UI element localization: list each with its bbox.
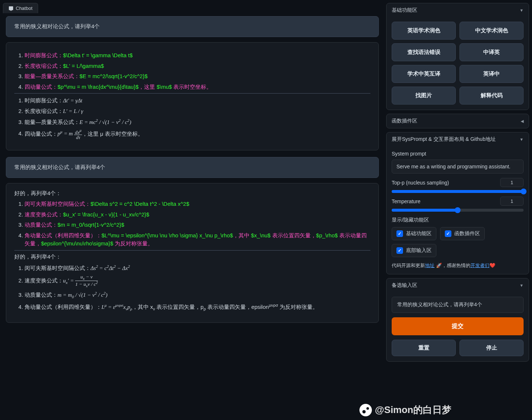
bot-message: 好的，再列举4个： 闵可夫斯基时空间隔公式：$\Delta s^2 = c^2 … xyxy=(6,183,379,323)
heart-icon: ❤️ xyxy=(489,263,495,268)
divider xyxy=(14,93,370,94)
chevron-down-icon: ▼ xyxy=(520,283,524,288)
bot-message: 时间膨胀公式：$\Delta t' = \gamma \Delta t$ 长度收… xyxy=(6,42,379,150)
footer-text: 代码开源和更新地址 🚀，感谢热情的开发者们❤️ xyxy=(392,262,524,269)
panel-input: 备选输入区 ▼ 常用的狭义相对论公式，请再列举4个 提交 重置 停止 xyxy=(386,278,529,362)
fn-button[interactable]: 中文学术润色 xyxy=(459,22,524,40)
list-item: 闵可夫斯基时空间隔公式：Δs2 = c2Δt2 − Δx2 xyxy=(25,263,370,273)
panel-basic-header[interactable]: 基础功能区 ▼ xyxy=(387,3,529,17)
submit-button[interactable]: 提交 xyxy=(392,317,524,335)
bot-raw-list: 时间膨胀公式：$\Delta t' = \gamma \Delta t$ 长度收… xyxy=(14,51,370,91)
bot-intro: 好的，再列举4个： xyxy=(14,253,370,260)
list-item: 四动量公式：$p^\mu = m \frac{dx^\mu}{d\tau}$，这… xyxy=(25,83,370,91)
list-item: 动质量公式：m = m0 / √(1 − v2 / c2) xyxy=(25,290,370,300)
list-item: 长度收缩公式：$L' = L/\gamma$ xyxy=(25,62,370,70)
chevron-down-icon: ▼ xyxy=(520,137,524,142)
checkbox-input[interactable]: ✓底部输入区 xyxy=(392,244,436,257)
chat-panel: Chatbot 常用的狭义相对论公式，请列举4个 时间膨胀公式：$\Delta … xyxy=(3,3,382,417)
panel-plugins-header[interactable]: 函数插件区 ◀ xyxy=(387,114,529,128)
list-item: 角动量公式（利用四维矢量）：Lμ = εμνρσxνpρ，其中 xν 表示位置四… xyxy=(25,302,370,312)
system-prompt-label: System prompt xyxy=(392,151,524,157)
top-p-slider[interactable] xyxy=(392,190,524,193)
visibility-label: 显示/隐藏功能区 xyxy=(392,217,524,223)
fn-button[interactable]: 中译英 xyxy=(459,43,524,61)
checkbox-basic[interactable]: ✓基础功能区 xyxy=(392,227,436,240)
list-item: 长度收缩公式：L′ = L / γ xyxy=(25,107,370,116)
panel-title: 函数插件区 xyxy=(392,118,417,124)
list-item: 能量—质量关系公式：E = mc2 / √(1 − v2 / c2) xyxy=(25,117,370,127)
chevron-left-icon: ◀ xyxy=(521,119,524,124)
fn-button[interactable]: 解释代码 xyxy=(459,87,524,105)
list-item: 时间膨胀公式：$\Delta t' = \gamma \Delta t$ xyxy=(25,51,370,60)
chat-icon xyxy=(8,6,14,11)
checkbox-plugins[interactable]: ✓函数插件区 xyxy=(440,227,485,240)
tab-chatbot[interactable]: Chatbot xyxy=(3,3,38,13)
fn-button[interactable]: 学术中英互译 xyxy=(392,65,456,83)
tab-bar: Chatbot xyxy=(3,3,382,13)
user-message: 常用的狭义相对论公式，请再列举4个 xyxy=(6,157,379,178)
bot-rendered-list: 时间膨胀公式：Δt′ = γΔt 长度收缩公式：L′ = L / γ 能量—质量… xyxy=(14,96,370,140)
panel-title: 展开SysPrompt & 交互界面布局 & Github地址 xyxy=(392,136,496,143)
system-prompt-input[interactable]: Serve me as a writing and programming as… xyxy=(392,160,524,174)
panel-expand: 展开SysPrompt & 交互界面布局 & Github地址 ▼ System… xyxy=(386,132,529,274)
bot-raw-list: 闵可夫斯基时空间隔公式：$\Delta s^2 = c^2 \Delta t^2… xyxy=(14,200,370,248)
list-item: 速度变换公式：ux′ = ux − v1 − uxv / c2 xyxy=(25,274,370,288)
divider xyxy=(14,250,370,251)
list-item: 时间膨胀公式：Δt′ = γΔt xyxy=(25,96,370,105)
bot-intro: 好的，再列举4个： xyxy=(14,190,370,197)
temperature-value[interactable]: 1 xyxy=(500,197,524,206)
bot-rendered-list: 闵可夫斯基时空间隔公式：Δs2 = c2Δt2 − Δx2 速度变换公式：ux′… xyxy=(14,263,370,312)
panel-plugins: 函数插件区 ◀ xyxy=(386,114,529,128)
panel-expand-header[interactable]: 展开SysPrompt & 交互界面布局 & Github地址 ▼ xyxy=(387,132,529,146)
prompt-input[interactable]: 常用的狭义相对论公式，请再列举4个 xyxy=(392,297,524,313)
temperature-slider[interactable] xyxy=(392,209,524,212)
panel-input-header[interactable]: 备选输入区 ▼ xyxy=(387,278,529,292)
fn-button[interactable]: 英译中 xyxy=(459,65,524,83)
fn-button[interactable]: 找图片 xyxy=(392,87,456,105)
reset-button[interactable]: 重置 xyxy=(392,340,456,356)
repo-link[interactable]: 地址 xyxy=(425,263,435,268)
sidebar: 基础功能区 ▼ 英语学术润色 中文学术润色 查找语法错误 中译英 学术中英互译 … xyxy=(386,3,529,417)
panel-title: 基础功能区 xyxy=(392,7,417,14)
contributors-link[interactable]: 开发者们 xyxy=(470,263,489,268)
temperature-label: Temperature xyxy=(392,198,421,204)
stop-button[interactable]: 停止 xyxy=(459,340,524,356)
check-icon: ✓ xyxy=(396,230,403,237)
top-p-label: Top-p (nucleus sampling) xyxy=(392,180,449,186)
list-item: 四动量公式：pμ = m dxμdτ，这里 μ 表示时空坐标。 xyxy=(25,129,370,140)
fn-button[interactable]: 查找语法错误 xyxy=(392,43,456,61)
check-icon: ✓ xyxy=(396,247,403,254)
list-item: 动质量公式：$m = m_0/\sqrt{1-v^2/c^2}$ xyxy=(25,221,370,229)
user-message-text: 常用的狭义相对论公式，请列举4个 xyxy=(14,23,100,29)
panel-title: 备选输入区 xyxy=(392,282,417,289)
fn-button[interactable]: 英语学术润色 xyxy=(392,22,456,40)
top-p-value[interactable]: 1 xyxy=(500,178,524,187)
list-item: 速度变换公式：$u_x' = \frac{u_x - v}{1 - u_xv/c… xyxy=(25,211,370,219)
rocket-icon: 🚀 xyxy=(436,263,442,268)
list-item: 能量—质量关系公式：$E = mc^2/\sqrt{1-v^2/c^2}$ xyxy=(25,72,370,81)
user-message-text: 常用的狭义相对论公式，请再列举4个 xyxy=(14,164,105,170)
basic-button-grid: 英语学术润色 中文学术润色 查找语法错误 中译英 学术中英互译 英译中 找图片 … xyxy=(392,22,524,105)
chevron-down-icon: ▼ xyxy=(520,8,524,12)
list-item: 角动量公式（利用四维矢量）：$L^\mu = \epsilon^{\mu \nu… xyxy=(25,231,370,248)
user-message: 常用的狭义相对论公式，请列举4个 xyxy=(6,16,379,37)
list-item: 闵可夫斯基时空间隔公式：$\Delta s^2 = c^2 \Delta t^2… xyxy=(25,200,370,208)
check-icon: ✓ xyxy=(445,230,451,237)
chat-area[interactable]: 常用的狭义相对论公式，请列举4个 时间膨胀公式：$\Delta t' = \ga… xyxy=(3,16,382,417)
tab-label: Chatbot xyxy=(16,6,33,11)
checkbox-group: ✓基础功能区 ✓函数插件区 ✓底部输入区 xyxy=(392,227,524,257)
panel-basic: 基础功能区 ▼ 英语学术润色 中文学术润色 查找语法错误 中译英 学术中英互译 … xyxy=(386,3,529,110)
